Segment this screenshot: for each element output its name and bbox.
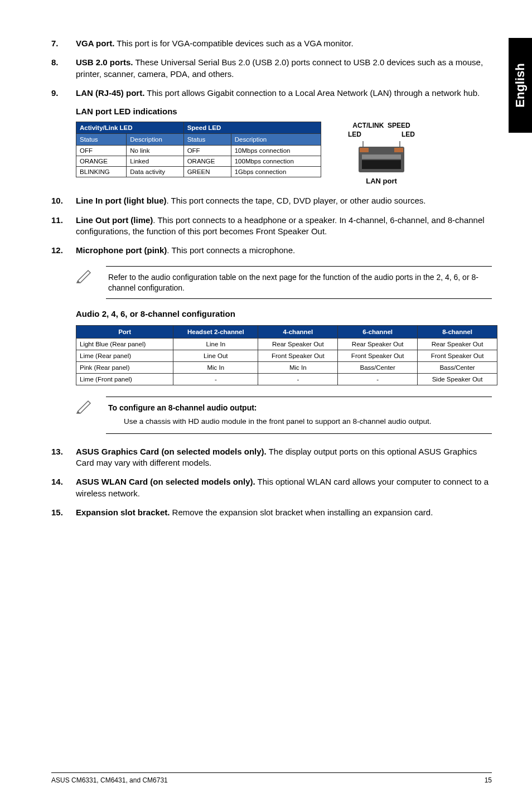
led-section: LAN port LED indications Activity/Link L… [76, 107, 492, 185]
table-cell: - [258, 373, 338, 385]
lan-port-icon [356, 141, 407, 175]
item-text: These Universal Serial Bus 2.0 (USB 2.0)… [76, 57, 483, 78]
note-block: Refer to the audio configuration table o… [76, 266, 492, 298]
table-cell: 1Gbps connection [231, 167, 321, 177]
item-text: . This port connects the tape, CD, DVD p… [166, 196, 425, 205]
table-cell: Lime (Rear panel) [76, 350, 173, 361]
item-body: Line Out port (lime). This port connects… [76, 215, 492, 238]
table-cell: Mic In [258, 361, 338, 373]
note-text: To configure an 8-channel audio output: … [106, 397, 492, 434]
item-text: This port is for VGA-compatible devices … [114, 38, 353, 48]
table-cell: Rear Speaker Out [338, 338, 418, 350]
item-number: 10. [51, 195, 76, 206]
item-lead: Microphone port (pink) [76, 245, 167, 255]
table-cell: Bass/Center [418, 361, 497, 373]
list-item: 7. VGA port. This port is for VGA-compat… [51, 38, 492, 49]
item-lead: Line In port (light blue) [76, 196, 166, 205]
list-item: 13. ASUS Graphics Card (on selected mode… [51, 446, 492, 469]
table-cell: Lime (Front panel) [76, 373, 173, 385]
note-block: To configure an 8-channel audio output: … [76, 397, 492, 434]
led-title: LAN port LED indications [76, 107, 492, 116]
item-lead: ASUS Graphics Card (on selected models o… [76, 447, 267, 456]
table-cell: GREEN [183, 167, 231, 177]
table-cell: ORANGE [76, 156, 127, 167]
diagram-label-led: LED [402, 131, 415, 138]
table-cell: Data activity [127, 167, 183, 177]
list-item: 10. Line In port (light blue). This port… [51, 195, 492, 206]
item-number: 7. [51, 38, 76, 49]
table-cell: 100Mbps connection [231, 156, 321, 167]
item-lead: VGA port. [76, 38, 114, 48]
item-number: 15. [51, 507, 76, 518]
list-item: 9. LAN (RJ-45) port. This port allows Gi… [51, 88, 492, 99]
item-lead: Line Out port (lime) [76, 215, 153, 225]
audio-config-table: Port Headset 2-channel 4-channel 6-chann… [76, 325, 497, 385]
audio-col-2ch: Headset 2-channel [173, 325, 258, 338]
pencil-note-icon [76, 266, 94, 286]
svg-rect-3 [360, 148, 369, 152]
audio-config-title: Audio 2, 4, 6, or 8-channel configuratio… [76, 309, 492, 318]
led-group-activity: Activity/Link LED [76, 122, 184, 134]
item-text: Remove the expansion slot bracket when i… [170, 508, 433, 517]
table-cell: OFF [76, 146, 127, 156]
item-number: 12. [51, 245, 76, 256]
audio-col-4ch: 4-channel [258, 325, 338, 338]
diagram-label-led: LED [348, 131, 361, 138]
language-label: English [513, 63, 528, 107]
item-number: 8. [51, 57, 76, 80]
table-cell: ORANGE [183, 156, 231, 167]
table-cell: Light Blue (Rear panel) [76, 338, 173, 350]
item-number: 14. [51, 476, 76, 499]
lan-port-diagram: ACT/LINK SPEED LEDLED LAN port [348, 122, 415, 185]
table-cell: Bass/Center [338, 361, 418, 373]
led-col-status: Status [76, 134, 127, 146]
item-lead: USB 2.0 ports. [76, 57, 133, 67]
item-lead: Expansion slot bracket. [76, 508, 170, 517]
svg-rect-5 [362, 154, 401, 159]
table-cell: Rear Speaker Out [418, 338, 497, 350]
footer-left: ASUS CM6331, CM6431, and CM6731 [51, 776, 168, 784]
svg-rect-4 [394, 148, 403, 152]
table-cell: Mic In [173, 361, 258, 373]
item-text: . This port connects a microphone. [167, 245, 295, 255]
table-cell: 10Mbps connection [231, 146, 321, 156]
note-text: Refer to the audio configuration table o… [106, 266, 492, 298]
table-cell: Line In [173, 338, 258, 350]
page-footer: ASUS CM6331, CM6431, and CM6731 15 [51, 772, 492, 784]
pencil-note-icon [76, 397, 94, 417]
table-cell: Front Speaker Out [338, 350, 418, 361]
audio-col-port: Port [76, 325, 173, 338]
item-body: Microphone port (pink). This port connec… [76, 245, 295, 256]
footer-page-number: 15 [485, 776, 492, 784]
item-body: USB 2.0 ports. These Universal Serial Bu… [76, 57, 492, 80]
list-item: 11. Line Out port (lime). This port conn… [51, 215, 492, 238]
note-title: To configure an 8-channel audio output: [108, 403, 257, 412]
lan-port-caption: LAN port [348, 177, 415, 186]
table-cell: Pink (Rear panel) [76, 361, 173, 373]
svg-rect-6 [362, 160, 401, 169]
led-group-speed: Speed LED [183, 122, 321, 134]
led-col-desc: Description [127, 134, 183, 146]
table-cell: OFF [183, 146, 231, 156]
item-text: This port allows Gigabit connection to a… [144, 88, 480, 98]
table-cell: Line Out [173, 350, 258, 361]
language-tab: English [509, 38, 532, 133]
list-item: 15. Expansion slot bracket. Remove the e… [51, 507, 492, 518]
item-lead: ASUS WLAN Card (on selected models only)… [76, 477, 255, 486]
table-cell: Front Speaker Out [418, 350, 497, 361]
table-cell: Linked [127, 156, 183, 167]
item-body: LAN (RJ-45) port. This port allows Gigab… [76, 88, 480, 99]
item-body: Line In port (light blue). This port con… [76, 195, 425, 206]
list-item: 12. Microphone port (pink). This port co… [51, 245, 492, 256]
item-body: VGA port. This port is for VGA-compatibl… [76, 38, 354, 49]
item-lead: LAN (RJ-45) port. [76, 88, 144, 98]
led-col-desc: Description [231, 134, 321, 146]
item-body: ASUS Graphics Card (on selected models o… [76, 446, 492, 469]
table-cell: - [173, 373, 258, 385]
item-body: ASUS WLAN Card (on selected models only)… [76, 476, 492, 499]
led-col-status: Status [183, 134, 231, 146]
list-item: 14. ASUS WLAN Card (on selected models o… [51, 476, 492, 499]
table-cell: Rear Speaker Out [258, 338, 338, 350]
item-number: 11. [51, 215, 76, 238]
audio-col-6ch: 6-channel [338, 325, 418, 338]
